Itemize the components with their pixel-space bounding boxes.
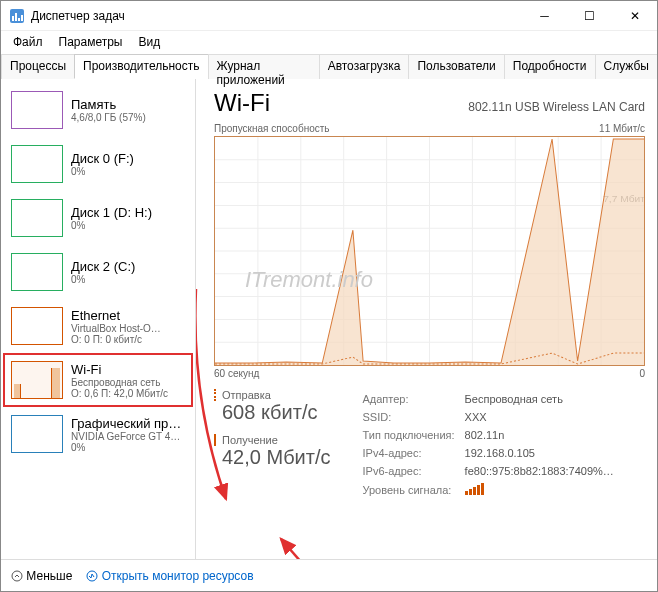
item-title: Диск 0 (F:) (71, 151, 134, 166)
chart-right: 0 (639, 368, 645, 379)
item-title: Ethernet (71, 308, 161, 323)
thumb-ethernet (11, 307, 63, 345)
open-resource-monitor-link[interactable]: Открыть монитор ресурсов (86, 569, 253, 583)
collapse-button[interactable]: Меньше (11, 569, 72, 583)
svg-rect-2 (15, 13, 17, 21)
annotation-arrow (256, 534, 356, 559)
menu-params[interactable]: Параметры (51, 33, 131, 51)
sidebar-item-disk1[interactable]: Диск 1 (D: H:) 0% (3, 191, 193, 245)
recv-value: 42,0 Мбит/с (214, 446, 331, 469)
tabs: Процессы Производительность Журнал прило… (1, 53, 657, 79)
item-sub: Беспроводная сеть (71, 377, 168, 388)
item-title: Графический пр… (71, 416, 181, 431)
tab-performance[interactable]: Производительность (74, 54, 208, 79)
thumb-memory (11, 91, 63, 129)
sidebar-item-gpu[interactable]: Графический пр… NVIDIA GeForce GT 4… 0% (3, 407, 193, 461)
page-title: Wi-Fi (214, 89, 270, 117)
thumb-disk (11, 145, 63, 183)
svg-rect-1 (12, 16, 14, 21)
thumb-disk (11, 253, 63, 291)
app-icon (9, 8, 25, 24)
titlebar: Диспетчер задач ─ ☐ ✕ (1, 1, 657, 31)
bottombar: Меньше Открыть монитор ресурсов (1, 559, 657, 591)
chart-left: 60 секунд (214, 368, 259, 379)
item-title: Wi-Fi (71, 362, 168, 377)
item-sub: 0% (71, 166, 134, 177)
item-sub2: О: 0 П: 0 кбит/с (71, 334, 161, 345)
svg-rect-3 (18, 18, 20, 21)
maximize-button[interactable]: ☐ (567, 1, 612, 31)
sidebar-item-ethernet[interactable]: Ethernet VirtualBox Host-O… О: 0 П: 0 кб… (3, 299, 193, 353)
item-title: Диск 1 (D: H:) (71, 205, 152, 220)
main-panel: Wi-Fi 802.11n USB Wireless LAN Card Проп… (196, 79, 657, 559)
close-button[interactable]: ✕ (612, 1, 657, 31)
sidebar-item-disk0[interactable]: Диск 0 (F:) 0% (3, 137, 193, 191)
menu-view[interactable]: Вид (130, 33, 168, 51)
item-sub: NVIDIA GeForce GT 4… (71, 431, 181, 442)
tab-users[interactable]: Пользователи (408, 54, 504, 79)
send-value: 608 кбит/с (214, 401, 331, 424)
chart-max: 11 Мбит/с (599, 123, 645, 134)
adapter-name: 802.11n USB Wireless LAN Card (468, 100, 645, 114)
menubar: Файл Параметры Вид (1, 31, 657, 53)
svg-rect-4 (21, 15, 23, 21)
menu-file[interactable]: Файл (5, 33, 51, 51)
item-sub: 4,6/8,0 ГБ (57%) (71, 112, 146, 123)
recv-label: Получение (214, 434, 331, 446)
item-title: Диск 2 (C:) (71, 259, 135, 274)
sidebar-item-memory[interactable]: Память 4,6/8,0 ГБ (57%) (3, 83, 193, 137)
item-title: Память (71, 97, 146, 112)
tab-startup[interactable]: Автозагрузка (319, 54, 410, 79)
item-sub2: О: 0,6 П: 42,0 Мбит/с (71, 388, 168, 399)
send-label: Отправка (214, 389, 331, 401)
svg-point-24 (12, 571, 22, 581)
item-sub: 0% (71, 220, 152, 231)
details-table: Адаптер:Беспроводная сеть SSID:XXX Тип п… (361, 389, 624, 501)
tab-services[interactable]: Службы (595, 54, 658, 79)
thumb-gpu (11, 415, 63, 453)
item-sub2: 0% (71, 442, 181, 453)
tab-apphistory[interactable]: Журнал приложений (208, 54, 320, 79)
signal-icon (465, 483, 484, 495)
sidebar[interactable]: Память 4,6/8,0 ГБ (57%) Диск 0 (F:) 0% Д… (1, 79, 196, 559)
thumb-disk (11, 199, 63, 237)
thumb-wifi (11, 361, 63, 399)
throughput-chart: ITremont.info 7,7 Мбит/ (214, 136, 645, 366)
minimize-button[interactable]: ─ (522, 1, 567, 31)
sidebar-item-wifi[interactable]: Wi-Fi Беспроводная сеть О: 0,6 П: 42,0 М… (3, 353, 193, 407)
tab-details[interactable]: Подробности (504, 54, 596, 79)
sidebar-item-disk2[interactable]: Диск 2 (C:) 0% (3, 245, 193, 299)
item-sub: VirtualBox Host-O… (71, 323, 161, 334)
chart-label: Пропускная способность (214, 123, 330, 134)
tab-processes[interactable]: Процессы (1, 54, 75, 79)
item-sub: 0% (71, 274, 135, 285)
window-title: Диспетчер задач (31, 9, 522, 23)
